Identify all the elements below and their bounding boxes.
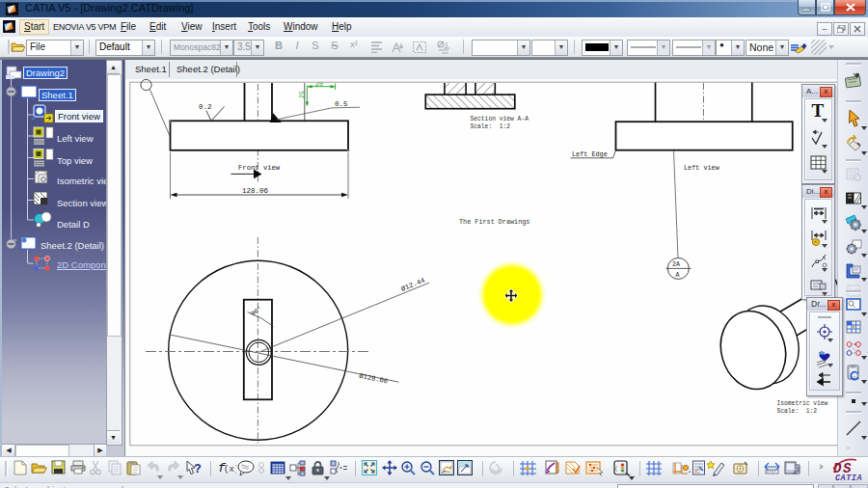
svg-text:Scale: 1:2: Scale: 1:2 — [471, 123, 511, 130]
svg-text:Left view: Left view — [684, 164, 720, 172]
svg-text:25: 25 — [299, 91, 306, 98]
svg-text:0.5: 0.5 — [335, 100, 348, 108]
svg-text:Scale: 1:2: Scale: 1:2 — [777, 408, 818, 415]
svg-text:Section view A-A: Section view A-A — [471, 116, 529, 122]
svg-text:2A: 2A — [672, 261, 680, 268]
svg-text:CATIA: CATIA — [835, 474, 862, 482]
svg-text:(x): (x) — [224, 465, 236, 474]
svg-text:?: ? — [194, 462, 202, 476]
svg-text:Left Edge: Left Edge — [572, 150, 608, 158]
svg-text:Front view: Front view — [238, 164, 281, 172]
svg-text:0.2: 0.2 — [199, 103, 212, 111]
svg-text:Isometric view: Isometric view — [777, 400, 828, 407]
svg-text:The First Drawings: The First Drawings — [459, 218, 529, 226]
svg-text:A: A — [676, 272, 680, 279]
svg-text:128.06: 128.06 — [242, 187, 269, 195]
svg-text:20: 20 — [315, 81, 323, 88]
